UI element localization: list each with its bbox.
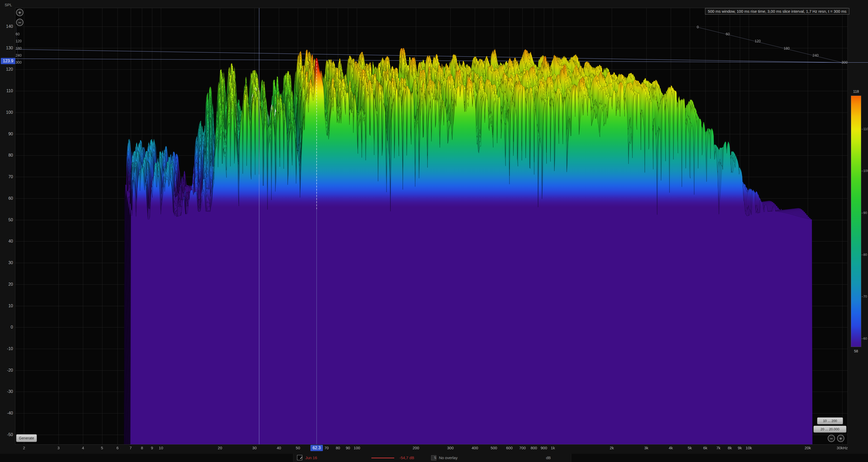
y-axis-tick: 30 (0, 261, 13, 265)
x-axis-tick: 600 (506, 446, 513, 450)
y-axis-tick: 140 (0, 24, 13, 29)
x-axis-tick: 7k (716, 446, 720, 450)
x-axis-tick: 10 (159, 446, 163, 450)
y-axis-tick: -10 (0, 346, 13, 351)
x-axis-tick: 3k (644, 446, 648, 450)
y-axis-tick: -50 (0, 432, 13, 437)
x-axis-tick: 4 (82, 446, 84, 450)
time-axis-tick-right: 0 (697, 25, 699, 29)
y-axis-tick: 20 (0, 282, 13, 287)
x-axis-tick: 9 (151, 446, 153, 450)
generate-button[interactable]: Generate (16, 434, 37, 442)
y-axis-tick: -40 (0, 411, 13, 416)
y-axis-tick: 90 (0, 132, 13, 136)
x-axis-tick: 20 (218, 446, 222, 450)
status-bar: ✓ Jun 16 -54,7 dB ⇅ No overlay dB (0, 454, 868, 462)
x-axis-tick: 2k (610, 446, 614, 450)
time-axis-tick-left: 60 (16, 32, 20, 36)
x-axis-tick: 400 (472, 446, 478, 450)
legend-tick-mark (862, 129, 863, 129)
legend-tick-label: 100 (863, 169, 868, 173)
legend-tick-mark (862, 171, 863, 171)
plus-icon: + (18, 10, 21, 15)
zoom-in-button[interactable]: + (16, 9, 23, 16)
x-axis-tick: 6 (117, 446, 119, 450)
y-axis-tick: 40 (0, 239, 13, 243)
time-axis-tick-left: 180 (16, 46, 22, 51)
check-icon: ✓ (300, 455, 303, 460)
y-axis-tick: 110 (0, 89, 13, 93)
x-axis-tick: 90 (346, 446, 350, 450)
x-axis-tick: 2 (23, 446, 25, 450)
zoom-range-bass-button[interactable]: 10 ... 200 (817, 417, 843, 424)
legend-tick-label: 90 (863, 211, 867, 215)
zoom-out-button-bottom[interactable]: − (828, 435, 835, 442)
x-axis-tick: 500 (491, 446, 497, 450)
y-axis-tick: 10 (0, 304, 13, 308)
time-axis-tick-left: 300 (16, 60, 22, 64)
app-window: SPL + − 500 ms window, 100 ms rise time,… (0, 0, 868, 462)
x-axis-tick: 70 (324, 446, 329, 450)
x-axis-tick: 10k (746, 446, 752, 450)
legend-tick-mark (862, 213, 863, 213)
plus-icon: + (839, 436, 842, 441)
legend-tick-label: 60 (863, 337, 867, 340)
x-axis-tick: 30kHz (837, 446, 848, 450)
legend-max-label: 118 (850, 89, 862, 94)
measurement-info: 500 ms window, 100 ms rise time, 3,00 ms… (705, 8, 849, 14)
x-axis-tick: 700 (519, 446, 526, 450)
overlay-status[interactable]: No overlay (439, 456, 458, 460)
y-axis-tick: 130 (0, 46, 13, 51)
x-axis-tick: 30 (252, 446, 257, 450)
level-unit: dB (546, 456, 551, 460)
x-axis-tick: 3 (57, 446, 60, 450)
time-axis-tick-right: 120 (755, 39, 761, 43)
x-axis-tick: 200 (413, 446, 419, 450)
x-axis-tick: 300 (447, 446, 454, 450)
y-axis-tick: 120 (0, 67, 13, 72)
y-axis-tick: -30 (0, 389, 13, 394)
x-axis-tick: 8 (141, 446, 143, 450)
time-axis-tick-right: 240 (813, 53, 818, 57)
x-axis-tick: 1k (551, 446, 555, 450)
time-axis-tick-right: 60 (725, 32, 730, 36)
trace-panel: ✓ Jun 16 -54,7 dB ⇅ No overlay dB (293, 454, 571, 462)
legend-tick-mark (862, 297, 863, 297)
legend-colorbar (851, 96, 861, 347)
legend-tick-label: 80 (863, 253, 867, 257)
x-axis-tick: 800 (531, 446, 537, 450)
x-axis-tick: 20k (805, 446, 811, 450)
y-axis-tick: 100 (0, 110, 13, 115)
zoom-range-full-button[interactable]: 20 ... 20.000 (813, 426, 846, 433)
x-axis-tick: 4k (669, 446, 673, 450)
overlay-toggle-icon[interactable]: ⇅ (431, 455, 436, 460)
minus-icon: − (830, 436, 833, 441)
time-axis-tick-left: 120 (16, 39, 22, 43)
overlay-icon: ⇅ (434, 456, 437, 460)
x-axis-tick: 40 (277, 446, 281, 450)
legend-tick-label: 110 (863, 127, 868, 131)
minus-icon: − (18, 20, 21, 26)
x-axis-tick: 900 (540, 446, 547, 450)
x-axis-tick: 9k (738, 446, 742, 450)
zoom-out-button[interactable]: − (16, 19, 23, 26)
y-axis-tick: 60 (0, 196, 13, 201)
zoom-in-button-bottom[interactable]: + (837, 435, 844, 442)
time-axis-tick-right: 180 (783, 46, 789, 51)
y-axis-title: SPL (5, 3, 12, 7)
x-axis-tick: 5 (101, 446, 103, 450)
y-cursor-readout: 123.9 (1, 58, 16, 64)
waterfall-chart[interactable] (15, 8, 848, 444)
y-axis-tick: -20 (0, 368, 13, 373)
x-axis-tick: 100 (354, 446, 360, 450)
x-axis-tick: 80 (336, 446, 340, 450)
trace-color-sample (371, 458, 394, 458)
y-axis-tick: 0 (0, 325, 13, 330)
time-axis-tick-left: 240 (16, 53, 22, 57)
legend-min-label: 58 (850, 349, 862, 353)
trace-name[interactable]: Jun 16 (305, 456, 317, 460)
trace-visibility-checkbox[interactable]: ✓ (297, 455, 302, 460)
x-axis-tick: 7 (130, 446, 132, 450)
y-axis-tick: 70 (0, 174, 13, 179)
x-axis-tick: 8k (728, 446, 732, 450)
